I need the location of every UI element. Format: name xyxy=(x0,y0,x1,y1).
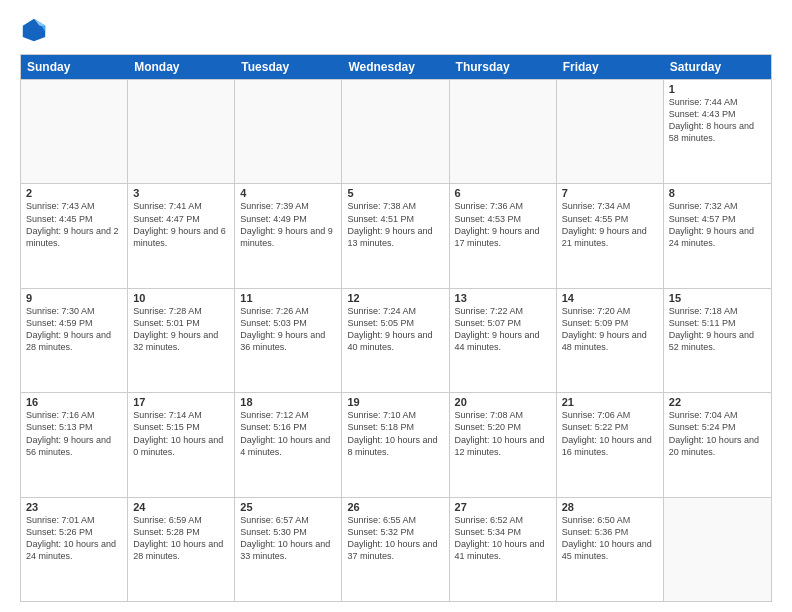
day-info: Sunrise: 7:04 AM Sunset: 5:24 PM Dayligh… xyxy=(669,409,766,458)
day-cell-27: 27Sunrise: 6:52 AM Sunset: 5:34 PM Dayli… xyxy=(450,498,557,601)
day-info: Sunrise: 7:34 AM Sunset: 4:55 PM Dayligh… xyxy=(562,200,658,249)
day-info: Sunrise: 7:06 AM Sunset: 5:22 PM Dayligh… xyxy=(562,409,658,458)
page: SundayMondayTuesdayWednesdayThursdayFrid… xyxy=(0,0,792,612)
day-cell-15: 15Sunrise: 7:18 AM Sunset: 5:11 PM Dayli… xyxy=(664,289,771,392)
empty-cell xyxy=(128,80,235,183)
week-row-4: 16Sunrise: 7:16 AM Sunset: 5:13 PM Dayli… xyxy=(21,392,771,496)
day-number: 11 xyxy=(240,292,336,304)
day-number: 10 xyxy=(133,292,229,304)
day-number: 16 xyxy=(26,396,122,408)
day-cell-14: 14Sunrise: 7:20 AM Sunset: 5:09 PM Dayli… xyxy=(557,289,664,392)
day-info: Sunrise: 7:30 AM Sunset: 4:59 PM Dayligh… xyxy=(26,305,122,354)
empty-cell xyxy=(342,80,449,183)
day-number: 4 xyxy=(240,187,336,199)
day-cell-19: 19Sunrise: 7:10 AM Sunset: 5:18 PM Dayli… xyxy=(342,393,449,496)
header xyxy=(20,16,772,44)
day-cell-23: 23Sunrise: 7:01 AM Sunset: 5:26 PM Dayli… xyxy=(21,498,128,601)
week-row-5: 23Sunrise: 7:01 AM Sunset: 5:26 PM Dayli… xyxy=(21,497,771,601)
logo-icon xyxy=(20,16,48,44)
day-info: Sunrise: 7:28 AM Sunset: 5:01 PM Dayligh… xyxy=(133,305,229,354)
day-info: Sunrise: 7:18 AM Sunset: 5:11 PM Dayligh… xyxy=(669,305,766,354)
header-cell-tuesday: Tuesday xyxy=(235,55,342,79)
empty-cell xyxy=(450,80,557,183)
day-info: Sunrise: 7:24 AM Sunset: 5:05 PM Dayligh… xyxy=(347,305,443,354)
day-info: Sunrise: 6:55 AM Sunset: 5:32 PM Dayligh… xyxy=(347,514,443,563)
day-cell-21: 21Sunrise: 7:06 AM Sunset: 5:22 PM Dayli… xyxy=(557,393,664,496)
day-info: Sunrise: 7:08 AM Sunset: 5:20 PM Dayligh… xyxy=(455,409,551,458)
day-info: Sunrise: 6:50 AM Sunset: 5:36 PM Dayligh… xyxy=(562,514,658,563)
day-number: 23 xyxy=(26,501,122,513)
day-number: 17 xyxy=(133,396,229,408)
empty-cell xyxy=(235,80,342,183)
empty-cell xyxy=(557,80,664,183)
day-info: Sunrise: 6:52 AM Sunset: 5:34 PM Dayligh… xyxy=(455,514,551,563)
day-info: Sunrise: 7:01 AM Sunset: 5:26 PM Dayligh… xyxy=(26,514,122,563)
day-info: Sunrise: 7:38 AM Sunset: 4:51 PM Dayligh… xyxy=(347,200,443,249)
day-cell-6: 6Sunrise: 7:36 AM Sunset: 4:53 PM Daylig… xyxy=(450,184,557,287)
day-info: Sunrise: 7:22 AM Sunset: 5:07 PM Dayligh… xyxy=(455,305,551,354)
day-number: 20 xyxy=(455,396,551,408)
day-info: Sunrise: 7:39 AM Sunset: 4:49 PM Dayligh… xyxy=(240,200,336,249)
day-cell-16: 16Sunrise: 7:16 AM Sunset: 5:13 PM Dayli… xyxy=(21,393,128,496)
day-number: 12 xyxy=(347,292,443,304)
day-cell-12: 12Sunrise: 7:24 AM Sunset: 5:05 PM Dayli… xyxy=(342,289,449,392)
header-cell-friday: Friday xyxy=(557,55,664,79)
day-number: 21 xyxy=(562,396,658,408)
header-cell-wednesday: Wednesday xyxy=(342,55,449,79)
day-info: Sunrise: 7:36 AM Sunset: 4:53 PM Dayligh… xyxy=(455,200,551,249)
week-row-1: 1Sunrise: 7:44 AM Sunset: 4:43 PM Daylig… xyxy=(21,79,771,183)
day-cell-17: 17Sunrise: 7:14 AM Sunset: 5:15 PM Dayli… xyxy=(128,393,235,496)
day-number: 7 xyxy=(562,187,658,199)
day-cell-28: 28Sunrise: 6:50 AM Sunset: 5:36 PM Dayli… xyxy=(557,498,664,601)
day-cell-7: 7Sunrise: 7:34 AM Sunset: 4:55 PM Daylig… xyxy=(557,184,664,287)
header-cell-thursday: Thursday xyxy=(450,55,557,79)
day-number: 18 xyxy=(240,396,336,408)
svg-marker-0 xyxy=(23,19,45,41)
day-info: Sunrise: 7:41 AM Sunset: 4:47 PM Dayligh… xyxy=(133,200,229,249)
day-info: Sunrise: 7:20 AM Sunset: 5:09 PM Dayligh… xyxy=(562,305,658,354)
day-cell-4: 4Sunrise: 7:39 AM Sunset: 4:49 PM Daylig… xyxy=(235,184,342,287)
day-cell-8: 8Sunrise: 7:32 AM Sunset: 4:57 PM Daylig… xyxy=(664,184,771,287)
empty-cell xyxy=(664,498,771,601)
day-info: Sunrise: 7:26 AM Sunset: 5:03 PM Dayligh… xyxy=(240,305,336,354)
day-info: Sunrise: 7:14 AM Sunset: 5:15 PM Dayligh… xyxy=(133,409,229,458)
day-cell-13: 13Sunrise: 7:22 AM Sunset: 5:07 PM Dayli… xyxy=(450,289,557,392)
day-cell-24: 24Sunrise: 6:59 AM Sunset: 5:28 PM Dayli… xyxy=(128,498,235,601)
calendar: SundayMondayTuesdayWednesdayThursdayFrid… xyxy=(20,54,772,602)
day-number: 28 xyxy=(562,501,658,513)
day-number: 24 xyxy=(133,501,229,513)
day-info: Sunrise: 7:10 AM Sunset: 5:18 PM Dayligh… xyxy=(347,409,443,458)
calendar-body: 1Sunrise: 7:44 AM Sunset: 4:43 PM Daylig… xyxy=(21,79,771,601)
day-cell-26: 26Sunrise: 6:55 AM Sunset: 5:32 PM Dayli… xyxy=(342,498,449,601)
day-cell-9: 9Sunrise: 7:30 AM Sunset: 4:59 PM Daylig… xyxy=(21,289,128,392)
calendar-header: SundayMondayTuesdayWednesdayThursdayFrid… xyxy=(21,55,771,79)
day-number: 3 xyxy=(133,187,229,199)
day-cell-18: 18Sunrise: 7:12 AM Sunset: 5:16 PM Dayli… xyxy=(235,393,342,496)
day-info: Sunrise: 7:16 AM Sunset: 5:13 PM Dayligh… xyxy=(26,409,122,458)
day-number: 19 xyxy=(347,396,443,408)
day-info: Sunrise: 7:32 AM Sunset: 4:57 PM Dayligh… xyxy=(669,200,766,249)
day-number: 8 xyxy=(669,187,766,199)
day-number: 5 xyxy=(347,187,443,199)
day-cell-3: 3Sunrise: 7:41 AM Sunset: 4:47 PM Daylig… xyxy=(128,184,235,287)
week-row-2: 2Sunrise: 7:43 AM Sunset: 4:45 PM Daylig… xyxy=(21,183,771,287)
day-cell-2: 2Sunrise: 7:43 AM Sunset: 4:45 PM Daylig… xyxy=(21,184,128,287)
header-cell-saturday: Saturday xyxy=(664,55,771,79)
day-info: Sunrise: 7:43 AM Sunset: 4:45 PM Dayligh… xyxy=(26,200,122,249)
day-number: 13 xyxy=(455,292,551,304)
day-cell-25: 25Sunrise: 6:57 AM Sunset: 5:30 PM Dayli… xyxy=(235,498,342,601)
day-number: 1 xyxy=(669,83,766,95)
header-cell-sunday: Sunday xyxy=(21,55,128,79)
day-cell-1: 1Sunrise: 7:44 AM Sunset: 4:43 PM Daylig… xyxy=(664,80,771,183)
day-cell-10: 10Sunrise: 7:28 AM Sunset: 5:01 PM Dayli… xyxy=(128,289,235,392)
day-number: 9 xyxy=(26,292,122,304)
header-cell-monday: Monday xyxy=(128,55,235,79)
logo xyxy=(20,16,52,44)
day-info: Sunrise: 7:44 AM Sunset: 4:43 PM Dayligh… xyxy=(669,96,766,145)
day-number: 6 xyxy=(455,187,551,199)
day-info: Sunrise: 7:12 AM Sunset: 5:16 PM Dayligh… xyxy=(240,409,336,458)
day-number: 15 xyxy=(669,292,766,304)
day-info: Sunrise: 6:59 AM Sunset: 5:28 PM Dayligh… xyxy=(133,514,229,563)
week-row-3: 9Sunrise: 7:30 AM Sunset: 4:59 PM Daylig… xyxy=(21,288,771,392)
day-cell-20: 20Sunrise: 7:08 AM Sunset: 5:20 PM Dayli… xyxy=(450,393,557,496)
